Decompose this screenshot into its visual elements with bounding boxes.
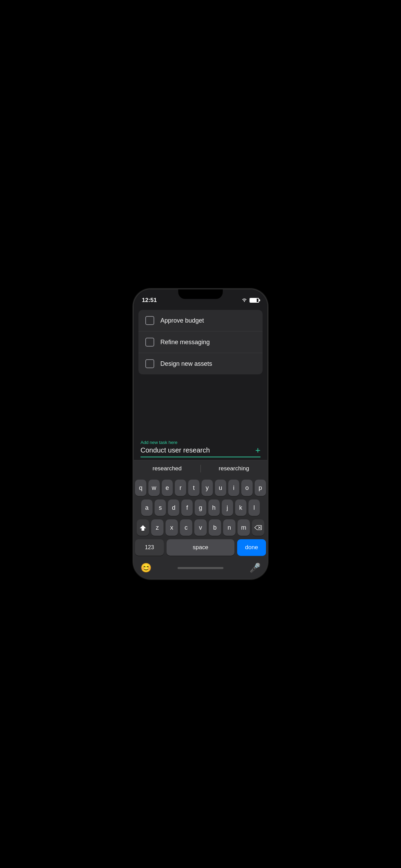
mic-button[interactable]: 🎤 [250, 563, 260, 573]
key-k[interactable]: k [235, 499, 246, 516]
key-e[interactable]: e [162, 480, 173, 496]
input-underline [141, 457, 260, 457]
key-p[interactable]: p [255, 480, 266, 496]
status-icons [241, 298, 259, 303]
key-numbers[interactable]: 123 [135, 539, 164, 556]
home-indicator [178, 567, 223, 569]
key-space[interactable]: space [167, 539, 234, 556]
key-done[interactable]: done [237, 539, 266, 556]
task-label-3: Design new assets [160, 360, 212, 367]
keyboard-row-2: a s d f g h j k l [135, 499, 266, 516]
new-task-area: Add new task here Conduct user research … [134, 436, 267, 460]
key-l[interactable]: l [248, 499, 260, 516]
task-checkbox-3[interactable] [145, 359, 154, 368]
key-z[interactable]: z [151, 519, 163, 536]
new-task-value[interactable]: Conduct user research [141, 446, 210, 454]
keyboard: q w e r t y u i o p a s d f g h j k [134, 477, 267, 560]
new-task-input-row: Conduct user research + [141, 446, 260, 455]
key-d[interactable]: d [168, 499, 179, 516]
keyboard-row-1: q w e r t y u i o p [135, 480, 266, 496]
key-s[interactable]: s [155, 499, 166, 516]
key-v[interactable]: v [194, 519, 207, 536]
autocomplete-bar: researched researching [134, 460, 267, 477]
notch [178, 289, 223, 299]
key-b[interactable]: b [209, 519, 221, 536]
key-delete[interactable] [252, 519, 264, 536]
key-y[interactable]: y [202, 480, 213, 496]
key-j[interactable]: j [222, 499, 233, 516]
task-item-2: Refine messaging [138, 331, 263, 353]
content-area: Approve budget Refine messaging Design n… [134, 306, 267, 579]
keyboard-row-4: 123 space done [135, 539, 266, 556]
spacer [134, 374, 267, 436]
emoji-button[interactable]: 😊 [141, 563, 151, 573]
task-list: Approve budget Refine messaging Design n… [138, 310, 263, 374]
key-u[interactable]: u [215, 480, 226, 496]
key-q[interactable]: q [135, 480, 146, 496]
task-label-2: Refine messaging [160, 339, 210, 346]
keyboard-row-3: z x c v b n m [135, 519, 266, 536]
key-a[interactable]: a [141, 499, 153, 516]
autocomplete-suggestion-0[interactable]: researched [134, 464, 200, 473]
autocomplete-suggestion-1[interactable]: researching [200, 464, 267, 473]
bottom-bar: 😊 🎤 [134, 560, 267, 579]
key-c[interactable]: c [180, 519, 192, 536]
task-checkbox-1[interactable] [145, 316, 154, 325]
key-o[interactable]: o [241, 480, 253, 496]
wifi-icon [241, 298, 247, 303]
key-x[interactable]: x [166, 519, 178, 536]
task-item-3: Design new assets [138, 353, 263, 374]
key-h[interactable]: h [208, 499, 220, 516]
status-time: 12:51 [142, 297, 157, 304]
task-item-1: Approve budget [138, 310, 263, 331]
key-w[interactable]: w [148, 480, 160, 496]
battery-icon [250, 298, 259, 303]
task-label-1: Approve budget [160, 317, 204, 324]
add-task-button[interactable]: + [255, 446, 260, 455]
key-n[interactable]: n [223, 519, 235, 536]
key-f[interactable]: f [181, 499, 193, 516]
key-g[interactable]: g [195, 499, 206, 516]
new-task-placeholder: Add new task here [141, 440, 260, 445]
key-t[interactable]: t [188, 480, 199, 496]
phone-frame: 12:51 Approve budget Refine messaging [134, 289, 267, 579]
key-m[interactable]: m [238, 519, 250, 536]
task-checkbox-2[interactable] [145, 338, 154, 347]
key-i[interactable]: i [228, 480, 240, 496]
key-shift[interactable] [137, 519, 149, 536]
key-r[interactable]: r [175, 480, 186, 496]
